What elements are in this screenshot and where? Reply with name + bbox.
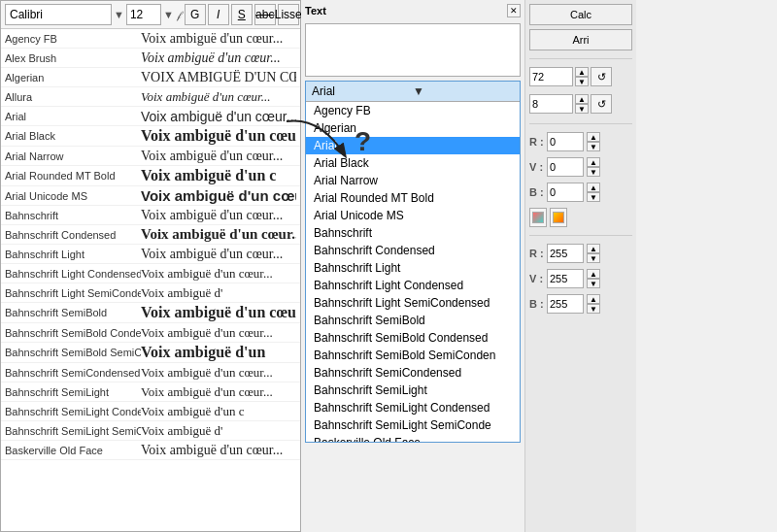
font-dropdown-item[interactable]: Agency FB	[306, 102, 520, 119]
font-dropdown-item[interactable]: Arial Black	[306, 154, 520, 172]
b1-input[interactable]	[547, 183, 584, 202]
b2-up-button[interactable]: ▲	[587, 294, 600, 304]
font-list-item[interactable]: Bahnschrift LightVoix ambiguë d'un cœur.…	[1, 245, 300, 264]
font-list-item[interactable]: AlluraVoix ambiguë d'un cœur...	[1, 87, 300, 107]
v2-input[interactable]	[547, 269, 584, 288]
size1-row: ▲ ▼ ↺	[529, 67, 632, 86]
font-dropdown-item[interactable]: Bahnschrift Condensed	[306, 242, 520, 259]
color-picker-btn2[interactable]	[550, 208, 567, 227]
font-size-input[interactable]	[126, 4, 161, 25]
font-dropdown-item[interactable]: Bahnschrift SemiLight Condensed	[306, 399, 520, 416]
font-dropdown-item[interactable]: Bahnschrift SemiCondensed	[306, 364, 520, 382]
text-input[interactable]	[305, 23, 521, 77]
font-list-item[interactable]: Bahnschrift SemiBold CondensedVoix ambig…	[1, 323, 300, 343]
r2-down-button[interactable]: ▼	[587, 253, 600, 263]
v1-input[interactable]	[547, 157, 584, 177]
r1-input[interactable]	[547, 132, 584, 151]
r2-up-button[interactable]: ▲	[587, 244, 600, 253]
font-list-item[interactable]: Bahnschrift Light SemiCondensedVoix ambi…	[1, 283, 300, 303]
font-dropdown-item[interactable]: Bahnschrift Light	[306, 259, 520, 277]
smooth-button[interactable]: Lisse	[278, 4, 299, 25]
calc-button[interactable]: Calc	[529, 4, 632, 25]
color-icons-row	[529, 208, 632, 227]
font-dropdown-list[interactable]: Agency FBAlgerianArialArial BlackArial N…	[306, 102, 520, 442]
size1-input[interactable]	[529, 67, 573, 86]
b2-down-button[interactable]: ▼	[587, 304, 600, 314]
font-dropdown-item[interactable]: Bahnschrift SemiBold SemiConden	[306, 347, 520, 364]
font-list-item[interactable]: BahnschriftVoix ambiguë d'un cœur...	[1, 206, 300, 225]
font-item-preview: Voix ambiguë d'un cœur...	[141, 226, 296, 243]
font-dropdown-item[interactable]: Arial Unicode MS	[306, 207, 520, 224]
bold-button[interactable]: G	[185, 4, 206, 25]
font-dropdown-item[interactable]: Arial Rounded MT Bold	[306, 189, 520, 207]
size1-reset-button[interactable]: ↺	[591, 67, 612, 86]
font-toolbar: ▼ ▼ 𝒻 G I S abc Lisse	[1, 1, 300, 29]
b1-up-button[interactable]: ▲	[587, 183, 600, 192]
font-item-name: Bahnschrift SemiLight SemiConde	[5, 425, 141, 437]
font-name-input[interactable]	[5, 4, 112, 25]
font-dropdown-item[interactable]: Bahnschrift SemiLight	[306, 382, 520, 399]
font-item-preview: Voix ambiguë d'un cœur...	[141, 89, 296, 105]
font-list-item[interactable]: Bahnschrift SemiLightVoix ambiguë d'un c…	[1, 382, 300, 402]
font-list-item[interactable]: Arial Unicode MSVoix ambiguë d'un cœur..…	[1, 186, 300, 206]
font-list-item[interactable]: Alex BrushVoix ambiguë d'un cœur...	[1, 49, 300, 68]
font-item-preview: Voix ambiguë d'	[141, 423, 296, 439]
r1-spinner: ▲ ▼	[587, 132, 600, 151]
font-dropdown-item[interactable]: Arial Narrow	[306, 172, 520, 189]
font-dropdown-item[interactable]: Bahnschrift Light Condensed	[306, 277, 520, 294]
size2-down-button[interactable]: ▼	[575, 104, 589, 114]
font-dropdown-item[interactable]: Baskerville Old Face	[306, 434, 520, 442]
v1-down-button[interactable]: ▼	[587, 167, 600, 177]
b2-input[interactable]	[547, 294, 584, 314]
r1-down-button[interactable]: ▼	[587, 142, 600, 151]
size2-reset-button[interactable]: ↺	[591, 94, 612, 114]
font-list-area[interactable]: Agency FBVoix ambiguë d'un cœur...Alex B…	[1, 29, 300, 531]
color-picker-btn1[interactable]	[529, 208, 547, 227]
font-list-panel: ▼ ▼ 𝒻 G I S abc Lisse Agency FBVoix ambi…	[0, 0, 301, 532]
font-dropdown-item[interactable]: Bahnschrift	[306, 224, 520, 242]
font-item-preview: Voix ambiguë d'un cœur...	[141, 109, 296, 124]
font-item-preview: Voix ambiguë d'un c	[141, 167, 296, 184]
font-dropdown-item[interactable]: Algerian	[306, 119, 520, 137]
font-list-item[interactable]: ArialVoix ambiguë d'un cœur...	[1, 107, 300, 126]
font-list-item[interactable]: Bahnschrift CondensedVoix ambiguë d'un c…	[1, 225, 300, 245]
italic-button[interactable]: I	[208, 4, 229, 25]
b1-down-button[interactable]: ▼	[587, 192, 600, 202]
close-button[interactable]: ✕	[507, 4, 521, 17]
font-dropdown-header[interactable]: Arial ▼	[306, 82, 520, 102]
font-list-item[interactable]: Baskerville Old FaceVoix ambiguë d'un cœ…	[1, 441, 300, 460]
font-list-item[interactable]: Arial BlackVoix ambiguë d'un cœur...	[1, 126, 300, 147]
font-dropdown-item[interactable]: Bahnschrift SemiBold	[306, 312, 520, 329]
font-list-item[interactable]: Agency FBVoix ambiguë d'un cœur...	[1, 29, 300, 49]
font-list-item[interactable]: Arial NarrowVoix ambiguë d'un cœur...	[1, 147, 300, 166]
v1-up-button[interactable]: ▲	[587, 157, 600, 167]
font-list-item[interactable]: AlgerianVOIX AMBIGUË D'UN CŒUR...	[1, 68, 300, 87]
font-list-item[interactable]: Bahnschrift Light CondensedVoix ambiguë …	[1, 264, 300, 283]
font-dropdown-item[interactable]: Bahnschrift Light SemiCondensed	[306, 294, 520, 312]
size1-up-button[interactable]: ▲	[575, 67, 589, 77]
font-item-name: Arial	[5, 111, 141, 122]
v2-down-button[interactable]: ▼	[587, 279, 600, 288]
arri-button[interactable]: Arri	[529, 29, 632, 50]
font-list-item[interactable]: Arial Rounded MT BoldVoix ambiguë d'un c	[1, 166, 300, 186]
font-list-item[interactable]: Bahnschrift SemiCondensedVoix ambiguë d'…	[1, 363, 300, 382]
font-list-item[interactable]: Bahnschrift SemiBold SemiCondenVoix ambi…	[1, 343, 300, 363]
font-list-item[interactable]: Bahnschrift SemiLight CondensedVoix ambi…	[1, 402, 300, 421]
size1-down-button[interactable]: ▼	[575, 77, 589, 86]
font-dropdown-item[interactable]: Arial	[306, 137, 520, 154]
font-list-item[interactable]: Bahnschrift SemiBoldVoix ambiguë d'un cœ…	[1, 303, 300, 323]
divider-3	[529, 235, 632, 236]
v2-up-button[interactable]: ▲	[587, 269, 600, 279]
font-item-name: Bahnschrift Light SemiCondensed	[5, 287, 141, 299]
strikethrough-button[interactable]: abc	[254, 4, 276, 25]
font-dropdown-item[interactable]: Bahnschrift SemiLight SemiConde	[306, 416, 520, 434]
size2-input[interactable]	[529, 94, 573, 114]
r2-input[interactable]	[547, 244, 584, 263]
font-list-item[interactable]: Bahnschrift SemiLight SemiCondeVoix ambi…	[1, 421, 300, 441]
underline-button[interactable]: S	[231, 4, 253, 25]
font-dropdown-item[interactable]: Bahnschrift SemiBold Condensed	[306, 329, 520, 347]
r1-up-button[interactable]: ▲	[587, 132, 600, 142]
font-item-preview: Voix ambiguë d'un cœu	[141, 304, 296, 321]
size2-up-button[interactable]: ▲	[575, 94, 589, 104]
v1-row: V : ▲ ▼	[529, 157, 632, 177]
